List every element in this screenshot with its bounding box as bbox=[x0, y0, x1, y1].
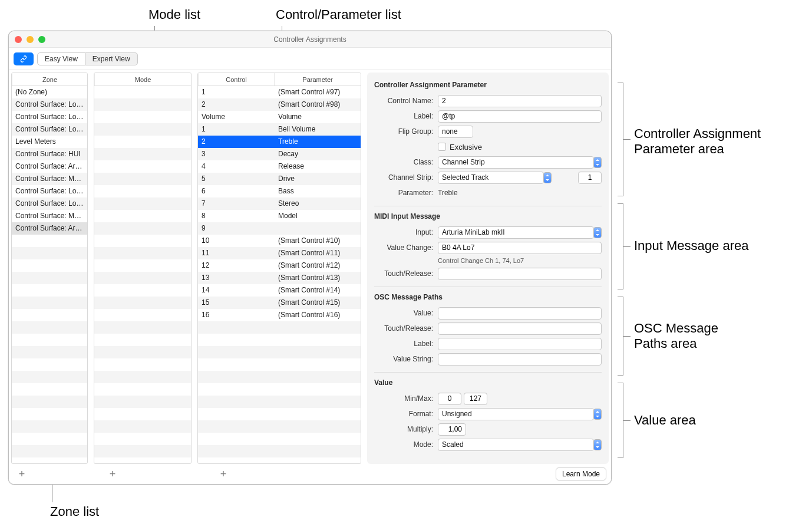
class-select[interactable]: Channel Strip bbox=[438, 156, 594, 169]
mode-row-empty bbox=[94, 420, 191, 433]
format-label: Format: bbox=[374, 410, 433, 418]
bracket bbox=[618, 83, 623, 196]
zone-row[interactable]: Control Surface: Art… bbox=[12, 222, 87, 235]
mode-row-empty bbox=[94, 160, 191, 173]
control-row[interactable]: 16(Smart Control #16) bbox=[198, 309, 361, 321]
control-row[interactable]: 3Decay bbox=[198, 148, 361, 160]
control-row[interactable]: 13(Smart Control #13) bbox=[198, 272, 361, 284]
stepper-icon[interactable] bbox=[593, 439, 602, 450]
multiply-label: Multiply: bbox=[374, 425, 433, 433]
zone-row[interactable]: Control Surface: Log… bbox=[12, 197, 87, 210]
parameter-cell: (Smart Control #15) bbox=[275, 297, 361, 309]
multiply-field[interactable] bbox=[438, 423, 466, 436]
mode-row-empty bbox=[94, 383, 191, 396]
class-label: Class: bbox=[374, 158, 433, 166]
parameter-value: Treble bbox=[438, 189, 602, 197]
zone-row[interactable]: (No Zone) bbox=[12, 86, 87, 98]
control-row[interactable]: 14(Smart Control #14) bbox=[198, 284, 361, 297]
channel-strip-select[interactable]: Selected Track bbox=[438, 172, 544, 184]
mode-select[interactable]: Scaled bbox=[438, 439, 594, 451]
control-row[interactable]: 9 bbox=[198, 222, 361, 235]
exclusive-checkbox[interactable] bbox=[438, 143, 446, 151]
stepper-icon[interactable] bbox=[593, 409, 602, 420]
label-field[interactable] bbox=[438, 110, 602, 123]
control-row[interactable]: 15(Smart Control #15) bbox=[198, 297, 361, 309]
mode-row-empty bbox=[94, 309, 191, 321]
mode-row-empty bbox=[94, 235, 191, 247]
channel-strip-number-field[interactable] bbox=[578, 172, 602, 184]
zone-row[interactable]: Control Surface: Log… bbox=[12, 185, 87, 197]
section-title-param: Controller Assignment Parameter bbox=[374, 81, 602, 89]
min-field[interactable] bbox=[438, 393, 461, 405]
add-zone-button[interactable]: + bbox=[15, 468, 29, 480]
stepper-icon[interactable] bbox=[593, 157, 602, 168]
control-row-empty bbox=[198, 433, 361, 445]
control-cell: 2 bbox=[198, 136, 275, 148]
osc-label-field[interactable] bbox=[438, 338, 602, 350]
parameter-cell: Drive bbox=[275, 173, 361, 185]
control-row[interactable]: 7Stereo bbox=[198, 197, 361, 210]
osc-touch-release-field[interactable] bbox=[438, 322, 602, 335]
midi-input-select[interactable]: Arturia MiniLab mkII bbox=[438, 226, 594, 239]
titlebar: Controller Assignments bbox=[9, 31, 611, 48]
link-icon bbox=[19, 55, 28, 63]
control-name-field[interactable] bbox=[438, 95, 602, 107]
stepper-icon[interactable] bbox=[543, 172, 552, 183]
close-icon[interactable] bbox=[15, 36, 22, 43]
touch-release-field[interactable] bbox=[438, 268, 602, 280]
control-cell: 11 bbox=[198, 247, 275, 259]
control-row[interactable]: 2(Smart Control #98) bbox=[198, 98, 361, 111]
stepper-icon[interactable] bbox=[593, 227, 602, 238]
osc-value-string-field[interactable] bbox=[438, 353, 602, 366]
control-cell: 1 bbox=[198, 123, 275, 136]
control-row[interactable]: 8Model bbox=[198, 210, 361, 222]
zoom-icon[interactable] bbox=[38, 36, 45, 43]
zone-row[interactable]: Control Surface: Log… bbox=[12, 123, 87, 136]
add-mode-button[interactable]: + bbox=[105, 468, 120, 480]
control-row[interactable]: 10(Smart Control #10) bbox=[198, 235, 361, 247]
section-title-value: Value bbox=[374, 378, 602, 387]
add-control-button[interactable]: + bbox=[216, 468, 230, 480]
channel-strip-label: Channel Strip: bbox=[374, 173, 433, 182]
control-row[interactable]: 5Drive bbox=[198, 173, 361, 185]
control-row[interactable]: 4Release bbox=[198, 160, 361, 173]
mode-row-empty bbox=[94, 222, 191, 235]
link-button[interactable] bbox=[14, 52, 34, 65]
control-row[interactable]: 12(Smart Control #12) bbox=[198, 259, 361, 272]
parameter-header: Parameter bbox=[275, 73, 361, 85]
parameter-cell: Decay bbox=[275, 148, 361, 160]
easy-view-button[interactable]: Easy View bbox=[37, 52, 85, 65]
control-row[interactable]: 6Bass bbox=[198, 185, 361, 197]
minimize-icon[interactable] bbox=[27, 36, 34, 43]
zone-row[interactable]: Control Surface: Ma… bbox=[12, 173, 87, 185]
zone-row[interactable]: Control Surface: HUI bbox=[12, 148, 87, 160]
control-row[interactable]: 11(Smart Control #11) bbox=[198, 247, 361, 259]
control-row-empty bbox=[198, 321, 361, 334]
format-select[interactable]: Unsigned bbox=[438, 408, 594, 420]
control-row[interactable]: 1Bell Volume bbox=[198, 123, 361, 136]
learn-mode-button[interactable]: Learn Mode bbox=[556, 468, 606, 480]
annotation-mode-list: Mode list bbox=[148, 7, 200, 22]
control-row[interactable]: 1(Smart Control #97) bbox=[198, 86, 361, 98]
control-row[interactable]: VolumeVolume bbox=[198, 111, 361, 123]
zone-row[interactable]: Control Surface: Art… bbox=[12, 160, 87, 173]
parameter-cell: Release bbox=[275, 160, 361, 173]
parameter-cell: (Smart Control #12) bbox=[275, 259, 361, 272]
expert-view-button[interactable]: Expert View bbox=[85, 52, 138, 65]
osc-value-field[interactable] bbox=[438, 307, 602, 320]
zone-row-empty bbox=[12, 321, 87, 334]
parameter-cell: (Smart Control #14) bbox=[275, 284, 361, 297]
zone-row[interactable]: Level Meters bbox=[12, 136, 87, 148]
annotation-input-area: Input Message area bbox=[634, 238, 748, 254]
value-change-field[interactable] bbox=[438, 242, 602, 254]
zone-row[interactable]: Control Surface: Log… bbox=[12, 98, 87, 111]
zone-row[interactable]: Control Surface: Ma… bbox=[12, 210, 87, 222]
section-title-midi: MIDI Input Message bbox=[374, 212, 602, 220]
control-row[interactable]: 2Treble bbox=[198, 136, 361, 148]
control-row-empty bbox=[198, 383, 361, 396]
zone-row[interactable]: Control Surface: Log… bbox=[12, 111, 87, 123]
flip-group-select[interactable]: none bbox=[438, 126, 473, 138]
control-cell: 13 bbox=[198, 272, 275, 284]
mode-row-empty bbox=[94, 358, 191, 371]
max-field[interactable] bbox=[464, 393, 487, 405]
